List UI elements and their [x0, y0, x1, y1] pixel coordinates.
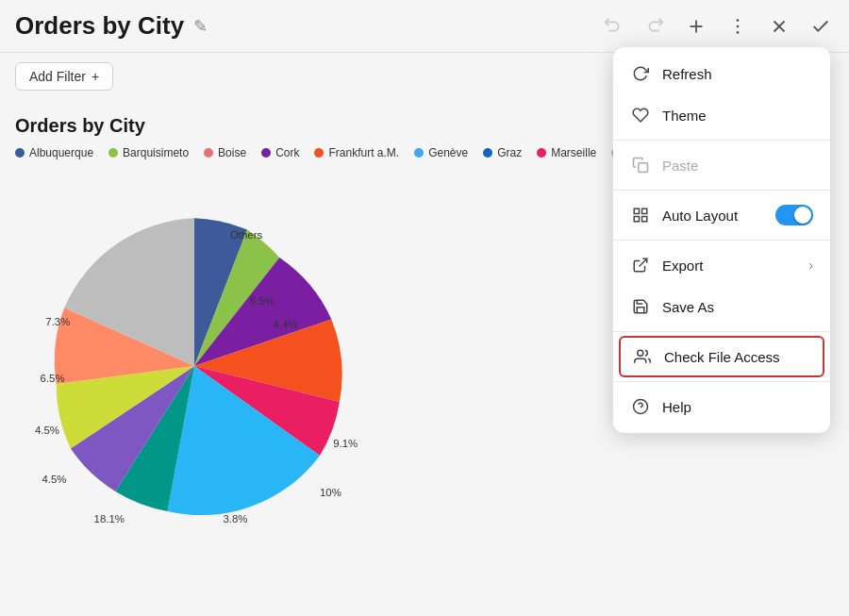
legend-dot-boise [204, 148, 213, 158]
legend-dot-frankfurt [314, 148, 324, 158]
menu-label-export: Export [662, 258, 703, 274]
legend-label-boise: Boise [218, 146, 246, 159]
close-button[interactable] [766, 13, 792, 40]
add-filter-button[interactable]: Add Filter + [15, 62, 113, 91]
label-10: 10% [320, 487, 341, 498]
legend-label-frankfurt: Frankfurt a.M. [328, 146, 399, 159]
menu-label-paste: Paste [662, 158, 698, 174]
label-45-1: 4.5% [42, 474, 67, 485]
legend-dot-barquisimeto [108, 148, 118, 158]
legend-item-boise: Boise [204, 146, 246, 159]
menu-item-paste: Paste [613, 144, 830, 186]
add-filter-plus-icon: + [92, 69, 99, 84]
export-icon [630, 255, 651, 275]
legend-dot-marseille [537, 148, 546, 158]
top-bar: Orders by City ✎ [0, 0, 849, 53]
undo-button[interactable] [600, 13, 626, 40]
menu-divider-1 [613, 140, 830, 141]
svg-point-2 [737, 19, 740, 22]
legend-label-cork: Cork [275, 146, 299, 159]
legend-dot-graz [483, 148, 492, 158]
toolbar-icons [600, 13, 834, 40]
refresh-icon [630, 63, 651, 84]
svg-rect-11 [642, 217, 647, 222]
confirm-button[interactable] [807, 13, 834, 40]
label-others: Others [230, 229, 262, 241]
legend-item-barquisimeto: Barquisimeto [108, 146, 189, 159]
dropdown-menu: Refresh Theme Paste Auto Layout [613, 47, 830, 433]
more-button[interactable] [724, 13, 751, 40]
redo-button[interactable] [641, 13, 668, 40]
menu-divider-4 [613, 331, 830, 332]
theme-icon [630, 105, 651, 125]
page-title: Orders by City [15, 11, 184, 41]
auto-layout-icon [630, 205, 651, 225]
svg-rect-8 [634, 208, 639, 213]
menu-item-refresh[interactable]: Refresh [613, 53, 830, 94]
svg-line-12 [640, 258, 647, 266]
menu-item-save-as[interactable]: Save As [613, 286, 830, 327]
svg-rect-7 [639, 163, 648, 173]
edit-icon[interactable]: ✎ [193, 16, 208, 37]
label-65-top: 6.5% [250, 295, 275, 307]
menu-divider-5 [613, 381, 830, 382]
auto-layout-toggle[interactable] [775, 205, 813, 225]
svg-point-13 [638, 350, 643, 356]
legend-dot-cork [261, 148, 271, 158]
svg-point-4 [737, 31, 740, 34]
legend-item-frankfurt: Frankfurt a.M. [314, 146, 399, 159]
menu-label-save-as: Save As [662, 299, 714, 315]
menu-label-help: Help [662, 399, 691, 415]
menu-label-auto-layout: Auto Layout [662, 208, 738, 224]
label-73: 7.3% [45, 316, 70, 327]
svg-rect-9 [642, 208, 647, 213]
paste-icon [630, 155, 651, 175]
label-38: 3.8% [223, 513, 247, 524]
pie-chart: 6.5% 4.4% 9.1% 10% 3.8% 18.1% 4.5% 4.5% … [15, 169, 374, 527]
menu-label-theme: Theme [662, 108, 707, 124]
legend-item-geneve: Genève [414, 146, 468, 159]
legend-label-graz: Graz [497, 146, 522, 159]
menu-divider-2 [613, 190, 830, 191]
legend-item-albuquerque: Albuquerque [15, 146, 93, 159]
label-181: 18.1% [94, 513, 125, 524]
legend-item-marseille: Marseille [537, 146, 596, 159]
menu-label-refresh: Refresh [662, 66, 712, 82]
menu-item-check-file-access[interactable]: Check File Access [619, 336, 824, 377]
help-icon [630, 396, 651, 417]
label-44: 4.4% [274, 319, 298, 330]
menu-label-check-file-access: Check File Access [664, 349, 780, 365]
add-button[interactable] [683, 13, 709, 40]
legend-dot-albuquerque [15, 148, 25, 158]
label-91: 9.1% [333, 438, 358, 449]
legend-label-marseille: Marseille [551, 146, 596, 159]
main-container: Orders by City ✎ Add [0, 0, 849, 616]
legend-item-cork: Cork [261, 146, 299, 159]
title-area: Orders by City ✎ [15, 11, 208, 41]
add-filter-label: Add Filter [29, 69, 86, 84]
label-65-left: 6.5% [41, 373, 65, 384]
check-file-access-icon [632, 346, 653, 367]
legend-dot-geneve [414, 148, 424, 158]
legend-item-graz: Graz [483, 146, 522, 159]
menu-item-auto-layout[interactable]: Auto Layout [613, 194, 830, 236]
export-arrow-icon: › [808, 258, 813, 273]
legend-label-albuquerque: Albuquerque [29, 146, 93, 159]
legend-label-geneve: Genève [428, 146, 468, 159]
menu-item-export[interactable]: Export › [613, 244, 830, 286]
save-as-icon [630, 296, 651, 317]
svg-rect-10 [634, 217, 639, 222]
legend-label-barquisimeto: Barquisimeto [123, 146, 189, 159]
menu-divider-3 [613, 240, 830, 241]
svg-point-3 [737, 25, 740, 27]
label-45-2: 4.5% [35, 425, 59, 436]
menu-item-help[interactable]: Help [613, 386, 830, 427]
menu-item-theme[interactable]: Theme [613, 94, 830, 136]
